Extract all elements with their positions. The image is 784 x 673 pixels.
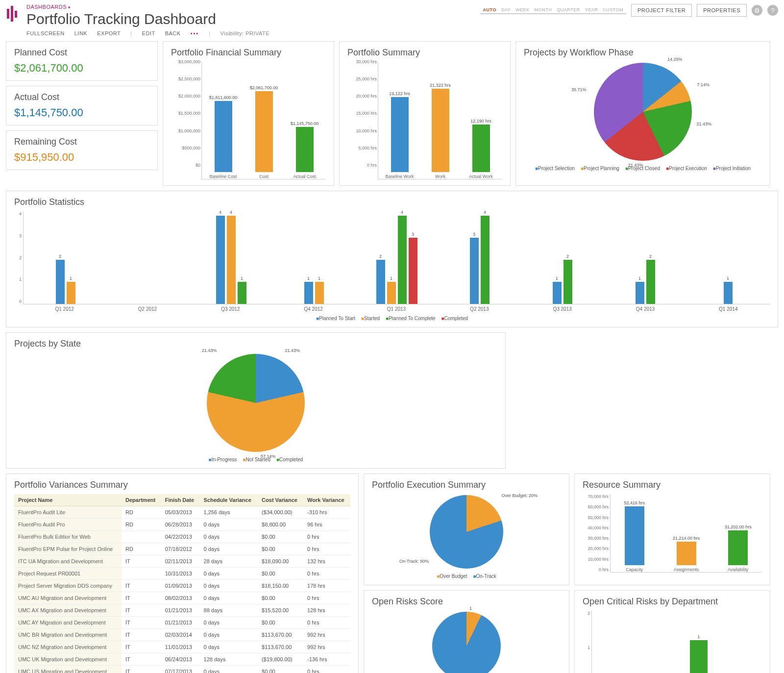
table-row[interactable]: FluentPro Audit ProRD06/28/20130 days$8,… — [14, 519, 350, 531]
gear-icon[interactable]: ⚙ — [752, 5, 762, 16]
table-header[interactable]: Project Name — [14, 494, 122, 506]
table-row[interactable]: FluentPro EPM Pulse for Project OnlineRD… — [14, 543, 350, 555]
table-row[interactable]: Project Server Migration DDS companyIT01… — [14, 580, 350, 592]
time-year[interactable]: YEAR — [585, 7, 598, 12]
menu-fullscreen[interactable]: FULLSCREEN — [26, 30, 65, 36]
stats-title: Portfolio Statistics — [14, 197, 770, 207]
logo-icon — [6, 4, 21, 24]
menu-back[interactable]: BACK — [165, 30, 181, 36]
time-range-selector[interactable]: AUTO DAY WEEK MONTH QUARTER YEAR CUSTOM — [480, 6, 626, 14]
kpi-planned-title: Planned Cost — [14, 48, 149, 58]
table-row[interactable]: UMC AX Migration and DevelopmentIT01/21/… — [14, 604, 350, 617]
page-title: Portfolio Tracking Dashboard — [26, 11, 474, 27]
execution-legend: Over Budget On-Track — [372, 573, 561, 579]
kpi-remaining-cost: Remaining Cost $915,950.00 — [6, 130, 158, 170]
menu-link[interactable]: LINK — [74, 30, 87, 36]
menu-more[interactable]: ••• — [191, 30, 199, 36]
risks-title: Open Risks Score — [372, 597, 561, 607]
project-filter-button[interactable]: PROJECT FILTER — [631, 4, 692, 17]
kpi-actual-value: $1,145,750.00 — [14, 106, 149, 119]
time-day[interactable]: DAY — [501, 7, 511, 12]
table-row[interactable]: UMC AY Migration and DevelopmentIT01/21/… — [14, 617, 350, 629]
time-week[interactable]: WEEK — [515, 7, 530, 12]
svg-rect-1 — [11, 6, 13, 22]
svg-rect-2 — [15, 11, 17, 18]
breadcrumb[interactable]: DASHBOARDS — [26, 4, 474, 10]
kpi-planned-value: $2,061,700.00 — [14, 62, 149, 75]
resource-title: Resource Summary — [583, 480, 762, 490]
table-row[interactable]: Project Request PR0000110/31/20130 days$… — [14, 568, 350, 580]
time-month[interactable]: MONTH — [535, 7, 552, 12]
help-icon[interactable]: ? — [767, 5, 778, 16]
svg-rect-0 — [7, 9, 9, 19]
state-legend: In-Progress Not Started Completed — [14, 457, 497, 462]
portfolio-financial-summary-card: Portfolio Financial Summary $3,000,000$2… — [163, 41, 334, 186]
table-row[interactable]: UMC US Migration and DevelopmentIT07/17/… — [14, 666, 350, 673]
risks-pie: 1 13 — [432, 612, 501, 673]
table-header[interactable]: Cost Variance — [258, 494, 303, 506]
workflow-pie: 14.29% 7.14% 21.43% 21.43% 35.71% — [594, 63, 692, 161]
table-row[interactable]: UMC AU Migration and DevelopmentIT08/02/… — [14, 592, 350, 604]
kpi-planned-cost: Planned Cost $2,061,700.00 — [6, 41, 158, 81]
variances-title: Portfolio Variances Summary — [14, 480, 350, 490]
stats-legend: Planned To Start Started Planned To Comp… — [14, 316, 770, 321]
time-custom[interactable]: CUSTOM — [603, 7, 623, 12]
table-header[interactable]: Department — [122, 494, 161, 506]
table-row[interactable]: UMC UK Migration and DevelopmentIT06/24/… — [14, 653, 350, 666]
workflow-phase-card: Projects by Workflow Phase 14.29% 7.14% … — [515, 41, 770, 186]
kpi-actual-cost: Actual Cost $1,145,750.00 — [6, 86, 158, 125]
menu-edit[interactable]: EDIT — [142, 30, 155, 36]
visibility-label: Visibility: PRIVATE — [220, 30, 270, 36]
kpi-remaining-title: Remaining Cost — [14, 137, 149, 147]
portfolio-title: Portfolio Summary — [347, 48, 502, 58]
table-row[interactable]: UMC NZ Migration and DevelopmentIT11/01/… — [14, 641, 350, 653]
menu-export[interactable]: EXPORT — [97, 30, 121, 36]
financial-title: Portfolio Financial Summary — [171, 48, 326, 58]
projects-by-state-card: Projects by State 21.43% 57.14% 21.43% I… — [6, 332, 506, 469]
properties-button[interactable]: PROPERTIES — [697, 4, 747, 17]
state-pie: 21.43% 57.14% 21.43% — [207, 354, 305, 452]
state-title: Projects by State — [14, 339, 497, 349]
portfolio-summary-card: Portfolio Summary 30,000 hrs25,000 hrs20… — [339, 41, 511, 186]
table-row[interactable]: FluentPro Audit LiteRD05/03/20131,256 da… — [14, 506, 350, 519]
table-header[interactable]: Schedule Variance — [200, 494, 258, 506]
table-row[interactable]: ITC UA Migration and DevelopmentIT02/11/… — [14, 555, 350, 568]
kpi-actual-title: Actual Cost — [14, 92, 149, 102]
execution-title: Portfolio Execution Summary — [372, 480, 561, 490]
execution-summary-card: Portfolio Execution Summary Over Budget:… — [364, 474, 569, 585]
portfolio-variances-card: Portfolio Variances Summary Project Name… — [6, 474, 359, 673]
table-header[interactable]: Finish Date — [161, 494, 200, 506]
critical-title: Open Critical Risks by Department — [583, 597, 762, 607]
workflow-title: Projects by Workflow Phase — [524, 48, 762, 58]
time-auto[interactable]: AUTO — [483, 7, 496, 12]
table-row[interactable]: UMC BR Migration and DevelopmentIT02/03/… — [14, 629, 350, 641]
table-header[interactable]: Work Variance — [303, 494, 350, 506]
time-quarter[interactable]: QUARTER — [557, 7, 580, 12]
critical-risks-card: Open Critical Risks by Department 210 (N… — [574, 590, 770, 673]
resource-summary-card: Resource Summary 70,000 hrs60,000 hrs50,… — [574, 474, 770, 585]
kpi-remaining-value: $915,950.00 — [14, 151, 149, 164]
table-row[interactable]: FluentPro Bulk Editior for Web04/22/2013… — [14, 531, 350, 543]
variances-table: Project NameDepartmentFinish DateSchedul… — [14, 494, 350, 673]
execution-pie: Over Budget: 20% On-Track: 80% — [430, 495, 503, 569]
portfolio-statistics-card: Portfolio Statistics 43210 2144111214334… — [6, 191, 778, 327]
open-risks-card: Open Risks Score 1 13 Open Low/Average R… — [364, 590, 569, 673]
